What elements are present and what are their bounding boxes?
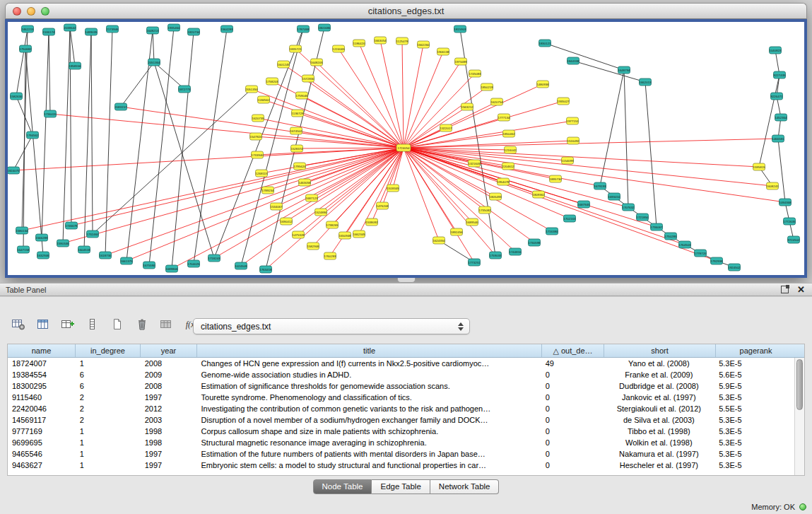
column-header-name[interactable]: name [8,344,76,357]
graph-node[interactable]: 1842260 [417,41,430,48]
table-row[interactable]: 2242004622012Investigating the contribut… [8,403,794,414]
import-table-icon[interactable] [157,315,177,334]
graph-node[interactable]: 1778720 [694,250,707,257]
graph-node[interactable]: 1216042 [504,146,517,153]
graph-node[interactable]: 1801686 [318,24,331,31]
table-row[interactable]: 1938455462009Genome-wide association stu… [8,369,794,380]
graph-node[interactable]: 1661375 [120,257,133,264]
table-row[interactable]: 946362711997Embryonic stem cells: a mode… [8,460,794,471]
column-header-short[interactable]: short [604,344,716,357]
graph-node[interactable]: 1518345 [387,185,399,192]
graph-node[interactable]: 1690412 [280,218,293,225]
graph-node[interactable]: 1758203 [266,78,278,85]
graph-node[interactable]: 1795620 [293,163,306,170]
graph-node[interactable]: 1830121 [539,40,551,47]
graph-node[interactable]: 1815903 [454,25,466,33]
graph-node[interactable]: 1835721 [289,45,302,52]
graph-node[interactable]: 1582630 [10,93,23,100]
graph-node[interactable]: 1632946 [37,252,49,259]
graph-node[interactable]: 1480936 [536,81,549,88]
graph-node[interactable]: 1679193 [594,182,606,189]
graph-node[interactable]: 1759033 [489,252,502,259]
graph-node[interactable]: 1466581 [772,135,784,142]
graph-node[interactable]: 1647158 [17,246,30,253]
graph-node[interactable]: 1648205 [310,59,323,66]
graph-node[interactable]: 1675590 [143,262,155,269]
graph-node[interactable]: 1601245 [277,61,290,68]
graph-node[interactable]: 1892456 [450,228,463,235]
graph-node[interactable]: 1935027 [557,98,570,105]
graph-node[interactable]: 1718243 [208,255,220,262]
graph-node[interactable]: 1624350 [433,237,445,244]
graph-node[interactable]: 1935460 [167,24,180,31]
graph-node[interactable]: 1787468 [297,25,310,33]
table-row[interactable]: 977716911998Corpus callosum shape and si… [8,426,794,437]
graph-node[interactable]: 2051364 [148,59,160,66]
graph-node[interactable]: 2051350 [245,86,258,93]
graph-node[interactable]: 1224065 [332,45,345,52]
graph-node[interactable]: 1687123 [305,194,318,201]
graph-node[interactable]: 1620735 [252,115,264,122]
delete-table-icon[interactable] [132,315,152,334]
graph-node[interactable]: 1516492 [567,137,579,144]
graph-node[interactable]: 1566289 [35,234,48,241]
graph-node[interactable]: 1763418 [259,266,272,273]
graph-node[interactable]: 1792938 [710,257,723,264]
graph-node[interactable]: 1648794 [618,66,630,74]
graph-node[interactable]: 1872773 [178,86,191,93]
graph-node[interactable]: 1906138 [437,48,449,55]
table-row[interactable]: 946554611997Estimation of the future num… [8,448,794,460]
table-vertical-scrollbar[interactable] [794,358,804,475]
graph-node[interactable]: 1154099 [562,157,574,164]
float-panel-icon[interactable] [781,286,789,293]
graph-node[interactable]: 2204612 [502,163,514,170]
graph-node[interactable]: 1693410 [608,193,620,200]
graph-node[interactable]: 1702163 [563,215,576,222]
table-selector-dropdown[interactable]: citations_edges.txt [193,318,470,334]
table-settings-icon[interactable] [8,315,28,334]
graph-node[interactable]: 2173946 [106,25,119,33]
graph-node[interactable]: 1186420 [353,40,365,47]
graph-node[interactable]: 1895730 [549,175,562,182]
graph-node[interactable]: 1805493 [489,193,502,200]
tab-edge-table[interactable]: Edge Table [372,479,430,494]
graph-node[interactable]: 1524890 [314,209,327,216]
graph-node[interactable]: 1764503 [678,241,691,248]
graph-node[interactable]: 1094368 [779,199,792,206]
graph-node[interactable]: 1595815 [753,163,765,170]
graph-node[interactable]: 1689540 [466,218,478,226]
graph-node[interactable]: 1674502 [290,127,302,134]
column-header-pagerank[interactable]: pagerank [716,344,796,357]
graph-node[interactable]: 1789234 [261,187,274,194]
graph-node[interactable]: 1746678 [65,222,78,229]
graph-node[interactable]: 1844338 [567,57,579,64]
graph-node[interactable]: 1973489 [454,58,467,65]
graph-node[interactable]: 1580134 [16,227,28,234]
graph-node[interactable]: 1858556 [69,62,81,69]
table-row[interactable]: 969969511998Structural magnetic resonanc… [8,437,794,448]
graph-node[interactable]: 1733940 [251,151,264,158]
graph-node[interactable]: 1648213 [146,27,159,34]
graph-node[interactable]: 1707632 [622,204,635,211]
graph-node[interactable]: 1760283 [324,252,336,259]
graph-node[interactable]: 9226471 [770,93,783,100]
tab-network-table[interactable]: Network Table [430,479,500,494]
graph-node[interactable]: 1745083 [469,70,481,77]
graph-node[interactable]: 1924502 [728,264,741,271]
window-resize-handle[interactable] [397,278,416,283]
new-column-icon[interactable] [58,315,78,334]
graph-node[interactable]: 2462215 [21,25,34,33]
graph-node[interactable]: 1547820 [249,133,262,140]
graph-node[interactable]: 1475328 [292,231,305,238]
graph-node[interactable]: 1564283 [220,25,233,33]
show-columns-icon[interactable] [33,315,53,334]
graph-node[interactable]: 1794562 [26,132,39,139]
tab-node-table[interactable]: Node Table [313,479,372,494]
graph-node[interactable]: 1489035 [85,28,98,35]
graph-node[interactable]: 1534067 [270,203,283,210]
graph-node[interactable]: 1724054 [396,144,411,151]
graph-node[interactable]: 1620754 [490,98,503,105]
graph-node[interactable]: 1716380 [546,228,558,235]
graph-node[interactable]: 1820734 [187,28,200,35]
graph-node[interactable]: 1809362 [532,191,545,198]
